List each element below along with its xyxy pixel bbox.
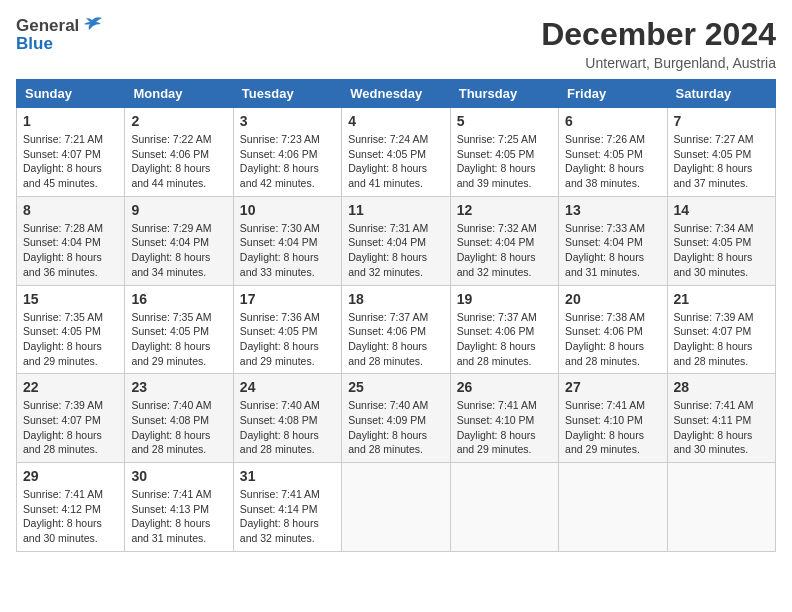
day-number: 15 bbox=[23, 291, 118, 307]
day-number: 11 bbox=[348, 202, 443, 218]
day-number: 23 bbox=[131, 379, 226, 395]
calendar-cell: 15Sunrise: 7:35 AMSunset: 4:05 PMDayligh… bbox=[17, 285, 125, 374]
day-info: Sunrise: 7:39 AMSunset: 4:07 PMDaylight:… bbox=[23, 398, 118, 457]
day-info: Sunrise: 7:41 AMSunset: 4:11 PMDaylight:… bbox=[674, 398, 769, 457]
calendar-cell: 11Sunrise: 7:31 AMSunset: 4:04 PMDayligh… bbox=[342, 196, 450, 285]
day-info: Sunrise: 7:28 AMSunset: 4:04 PMDaylight:… bbox=[23, 221, 118, 280]
day-info: Sunrise: 7:41 AMSunset: 4:10 PMDaylight:… bbox=[565, 398, 660, 457]
day-number: 13 bbox=[565, 202, 660, 218]
day-info: Sunrise: 7:41 AMSunset: 4:13 PMDaylight:… bbox=[131, 487, 226, 546]
calendar-cell: 18Sunrise: 7:37 AMSunset: 4:06 PMDayligh… bbox=[342, 285, 450, 374]
day-number: 19 bbox=[457, 291, 552, 307]
day-number: 17 bbox=[240, 291, 335, 307]
day-number: 22 bbox=[23, 379, 118, 395]
calendar-cell: 26Sunrise: 7:41 AMSunset: 4:10 PMDayligh… bbox=[450, 374, 558, 463]
day-number: 2 bbox=[131, 113, 226, 129]
calendar-table: SundayMondayTuesdayWednesdayThursdayFrid… bbox=[16, 79, 776, 552]
day-header-friday: Friday bbox=[559, 80, 667, 108]
calendar-cell: 10Sunrise: 7:30 AMSunset: 4:04 PMDayligh… bbox=[233, 196, 341, 285]
logo: General Blue bbox=[16, 16, 103, 54]
day-header-sunday: Sunday bbox=[17, 80, 125, 108]
calendar-cell: 16Sunrise: 7:35 AMSunset: 4:05 PMDayligh… bbox=[125, 285, 233, 374]
day-info: Sunrise: 7:26 AMSunset: 4:05 PMDaylight:… bbox=[565, 132, 660, 191]
calendar-cell: 2Sunrise: 7:22 AMSunset: 4:06 PMDaylight… bbox=[125, 108, 233, 197]
calendar-cell: 4Sunrise: 7:24 AMSunset: 4:05 PMDaylight… bbox=[342, 108, 450, 197]
calendar-cell: 22Sunrise: 7:39 AMSunset: 4:07 PMDayligh… bbox=[17, 374, 125, 463]
calendar-cell: 1Sunrise: 7:21 AMSunset: 4:07 PMDaylight… bbox=[17, 108, 125, 197]
day-info: Sunrise: 7:35 AMSunset: 4:05 PMDaylight:… bbox=[131, 310, 226, 369]
day-number: 31 bbox=[240, 468, 335, 484]
day-number: 16 bbox=[131, 291, 226, 307]
day-number: 9 bbox=[131, 202, 226, 218]
calendar-cell: 5Sunrise: 7:25 AMSunset: 4:05 PMDaylight… bbox=[450, 108, 558, 197]
day-number: 3 bbox=[240, 113, 335, 129]
day-number: 21 bbox=[674, 291, 769, 307]
calendar-cell: 13Sunrise: 7:33 AMSunset: 4:04 PMDayligh… bbox=[559, 196, 667, 285]
calendar-cell: 28Sunrise: 7:41 AMSunset: 4:11 PMDayligh… bbox=[667, 374, 775, 463]
calendar-cell: 8Sunrise: 7:28 AMSunset: 4:04 PMDaylight… bbox=[17, 196, 125, 285]
days-header-row: SundayMondayTuesdayWednesdayThursdayFrid… bbox=[17, 80, 776, 108]
day-number: 27 bbox=[565, 379, 660, 395]
day-number: 5 bbox=[457, 113, 552, 129]
day-number: 28 bbox=[674, 379, 769, 395]
day-number: 24 bbox=[240, 379, 335, 395]
day-info: Sunrise: 7:37 AMSunset: 4:06 PMDaylight:… bbox=[348, 310, 443, 369]
day-info: Sunrise: 7:31 AMSunset: 4:04 PMDaylight:… bbox=[348, 221, 443, 280]
day-number: 12 bbox=[457, 202, 552, 218]
day-info: Sunrise: 7:40 AMSunset: 4:08 PMDaylight:… bbox=[240, 398, 335, 457]
title-block: December 2024 Unterwart, Burgenland, Aus… bbox=[541, 16, 776, 71]
day-info: Sunrise: 7:37 AMSunset: 4:06 PMDaylight:… bbox=[457, 310, 552, 369]
week-row-2: 8Sunrise: 7:28 AMSunset: 4:04 PMDaylight… bbox=[17, 196, 776, 285]
day-number: 14 bbox=[674, 202, 769, 218]
calendar-cell: 31Sunrise: 7:41 AMSunset: 4:14 PMDayligh… bbox=[233, 463, 341, 552]
day-number: 18 bbox=[348, 291, 443, 307]
logo-blue: Blue bbox=[16, 34, 53, 53]
calendar-cell bbox=[667, 463, 775, 552]
day-number: 26 bbox=[457, 379, 552, 395]
calendar-cell: 27Sunrise: 7:41 AMSunset: 4:10 PMDayligh… bbox=[559, 374, 667, 463]
day-number: 10 bbox=[240, 202, 335, 218]
day-number: 30 bbox=[131, 468, 226, 484]
day-info: Sunrise: 7:41 AMSunset: 4:12 PMDaylight:… bbox=[23, 487, 118, 546]
day-info: Sunrise: 7:33 AMSunset: 4:04 PMDaylight:… bbox=[565, 221, 660, 280]
day-header-thursday: Thursday bbox=[450, 80, 558, 108]
day-info: Sunrise: 7:27 AMSunset: 4:05 PMDaylight:… bbox=[674, 132, 769, 191]
calendar-cell bbox=[342, 463, 450, 552]
calendar-cell: 24Sunrise: 7:40 AMSunset: 4:08 PMDayligh… bbox=[233, 374, 341, 463]
day-info: Sunrise: 7:25 AMSunset: 4:05 PMDaylight:… bbox=[457, 132, 552, 191]
day-number: 20 bbox=[565, 291, 660, 307]
calendar-cell: 7Sunrise: 7:27 AMSunset: 4:05 PMDaylight… bbox=[667, 108, 775, 197]
day-header-saturday: Saturday bbox=[667, 80, 775, 108]
logo-bird-icon bbox=[81, 16, 103, 36]
week-row-5: 29Sunrise: 7:41 AMSunset: 4:12 PMDayligh… bbox=[17, 463, 776, 552]
calendar-cell: 20Sunrise: 7:38 AMSunset: 4:06 PMDayligh… bbox=[559, 285, 667, 374]
calendar-cell: 9Sunrise: 7:29 AMSunset: 4:04 PMDaylight… bbox=[125, 196, 233, 285]
calendar-cell: 23Sunrise: 7:40 AMSunset: 4:08 PMDayligh… bbox=[125, 374, 233, 463]
day-info: Sunrise: 7:32 AMSunset: 4:04 PMDaylight:… bbox=[457, 221, 552, 280]
day-header-monday: Monday bbox=[125, 80, 233, 108]
calendar-cell: 29Sunrise: 7:41 AMSunset: 4:12 PMDayligh… bbox=[17, 463, 125, 552]
week-row-1: 1Sunrise: 7:21 AMSunset: 4:07 PMDaylight… bbox=[17, 108, 776, 197]
calendar-cell: 12Sunrise: 7:32 AMSunset: 4:04 PMDayligh… bbox=[450, 196, 558, 285]
logo-general: General bbox=[16, 16, 79, 36]
calendar-cell: 14Sunrise: 7:34 AMSunset: 4:05 PMDayligh… bbox=[667, 196, 775, 285]
day-info: Sunrise: 7:40 AMSunset: 4:08 PMDaylight:… bbox=[131, 398, 226, 457]
week-row-4: 22Sunrise: 7:39 AMSunset: 4:07 PMDayligh… bbox=[17, 374, 776, 463]
header: General Blue December 2024 Unterwart, Bu… bbox=[16, 16, 776, 71]
calendar-cell: 25Sunrise: 7:40 AMSunset: 4:09 PMDayligh… bbox=[342, 374, 450, 463]
day-info: Sunrise: 7:41 AMSunset: 4:10 PMDaylight:… bbox=[457, 398, 552, 457]
calendar-cell: 21Sunrise: 7:39 AMSunset: 4:07 PMDayligh… bbox=[667, 285, 775, 374]
calendar-cell: 6Sunrise: 7:26 AMSunset: 4:05 PMDaylight… bbox=[559, 108, 667, 197]
day-number: 29 bbox=[23, 468, 118, 484]
day-info: Sunrise: 7:35 AMSunset: 4:05 PMDaylight:… bbox=[23, 310, 118, 369]
week-row-3: 15Sunrise: 7:35 AMSunset: 4:05 PMDayligh… bbox=[17, 285, 776, 374]
day-info: Sunrise: 7:41 AMSunset: 4:14 PMDaylight:… bbox=[240, 487, 335, 546]
day-info: Sunrise: 7:30 AMSunset: 4:04 PMDaylight:… bbox=[240, 221, 335, 280]
day-info: Sunrise: 7:39 AMSunset: 4:07 PMDaylight:… bbox=[674, 310, 769, 369]
day-number: 6 bbox=[565, 113, 660, 129]
day-info: Sunrise: 7:22 AMSunset: 4:06 PMDaylight:… bbox=[131, 132, 226, 191]
day-number: 7 bbox=[674, 113, 769, 129]
day-info: Sunrise: 7:38 AMSunset: 4:06 PMDaylight:… bbox=[565, 310, 660, 369]
day-info: Sunrise: 7:40 AMSunset: 4:09 PMDaylight:… bbox=[348, 398, 443, 457]
calendar-cell: 19Sunrise: 7:37 AMSunset: 4:06 PMDayligh… bbox=[450, 285, 558, 374]
